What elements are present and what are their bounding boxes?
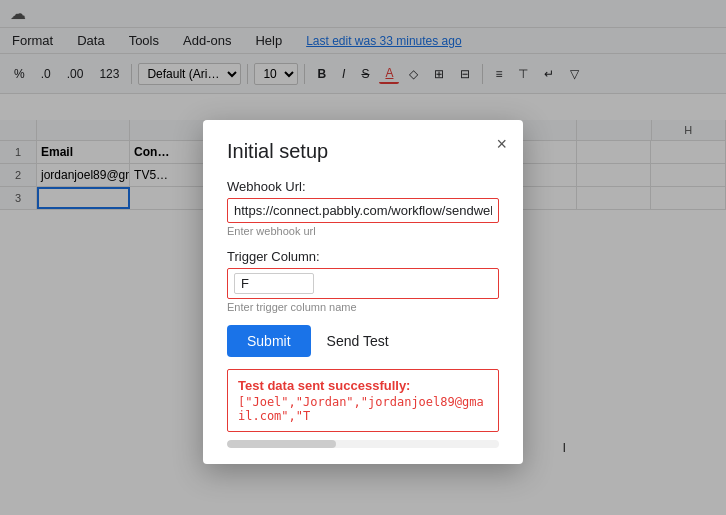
trigger-label: Trigger Column:	[227, 249, 499, 264]
trigger-hint: Enter trigger column name	[227, 301, 499, 313]
modal-horizontal-scrollbar[interactable]	[227, 440, 499, 448]
initial-setup-dialog: Initial setup × Webhook Url: Enter webho…	[203, 120, 523, 464]
webhook-label: Webhook Url:	[227, 179, 499, 194]
success-data: ["Joel","Jordan","jordanjoel89@gmail.com…	[238, 395, 488, 423]
submit-button[interactable]: Submit	[227, 325, 311, 357]
modal-overlay: Initial setup × Webhook Url: Enter webho…	[0, 0, 726, 515]
trigger-input[interactable]	[234, 273, 314, 294]
close-button[interactable]: ×	[496, 134, 507, 155]
trigger-field-group: Trigger Column: Enter trigger column nam…	[227, 249, 499, 313]
button-row: Submit Send Test	[227, 325, 499, 357]
send-test-button[interactable]: Send Test	[323, 325, 393, 357]
webhook-field-group: Webhook Url: Enter webhook url	[227, 179, 499, 237]
trigger-input-wrapper	[227, 268, 499, 299]
success-message-box: Test data sent successfully: ["Joel","Jo…	[227, 369, 499, 432]
webhook-hint: Enter webhook url	[227, 225, 499, 237]
modal-title: Initial setup	[227, 140, 499, 163]
webhook-input-wrapper	[227, 198, 499, 223]
success-title: Test data sent successfully:	[238, 378, 488, 393]
webhook-input[interactable]	[234, 203, 492, 218]
scrollbar-thumb[interactable]	[227, 440, 336, 448]
